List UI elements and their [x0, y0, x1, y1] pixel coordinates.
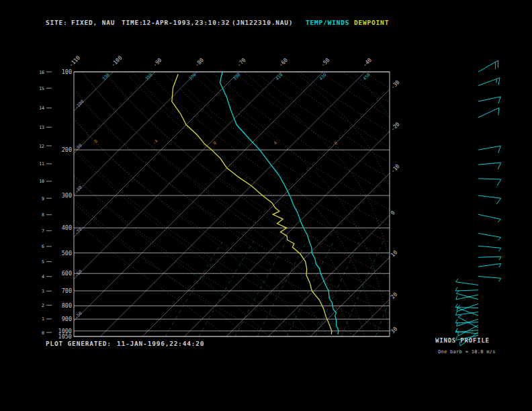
svg-text:-4: -4: [152, 138, 159, 146]
svg-text:500: 500: [62, 250, 72, 257]
svg-text:-8: -8: [91, 138, 99, 146]
svg-text:100: 100: [62, 68, 72, 75]
svg-text:300: 300: [62, 192, 72, 199]
wind-barbs: [455, 60, 501, 346]
svg-text:-50: -50: [74, 310, 83, 320]
svg-text:-50: -50: [320, 57, 331, 68]
svg-text:700: 700: [62, 287, 72, 294]
svg-text:14: 14: [39, 105, 44, 111]
svg-text:-90: -90: [152, 57, 163, 68]
svg-text:0: 0: [212, 140, 218, 146]
svg-text:430: 430: [318, 72, 328, 81]
svg-text:2: 2: [42, 303, 44, 308]
svg-text:-80: -80: [74, 185, 83, 194]
skewt-app: SITE: FIXED, NAU TIME: 12-APR-1993,23:10…: [0, 0, 532, 411]
sounding-curves: [172, 72, 339, 334]
pressure-axis-labels: 10020030040050060070080090010001050: [58, 68, 72, 340]
svg-text:11: 11: [39, 161, 44, 167]
isotherm-labels: -110-100-90-80-70-60-50-40-30-20-1001020…: [68, 54, 401, 334]
svg-text:200: 200: [62, 146, 72, 153]
svg-text:4: 4: [273, 140, 278, 146]
svg-text:9: 9: [42, 196, 44, 201]
plot-generated-value: 11-JAN-1996,22:44:20: [117, 340, 204, 347]
svg-text:-10: -10: [390, 163, 401, 175]
moist-adiabats: [0, 72, 428, 336]
svg-text:6: 6: [42, 244, 44, 249]
svg-text:-30: -30: [390, 79, 401, 91]
winds-profile-title: WINDS PROFILE: [435, 337, 490, 344]
svg-text:20: 20: [390, 291, 398, 300]
svg-text:-20: -20: [390, 121, 401, 132]
svg-text:15: 15: [39, 86, 44, 91]
svg-text:0: 0: [390, 210, 396, 216]
svg-text:8: 8: [42, 212, 44, 218]
svg-text:370: 370: [188, 72, 197, 81]
svg-text:400: 400: [62, 224, 72, 231]
svg-text:16: 16: [39, 70, 44, 75]
svg-text:10: 10: [39, 179, 44, 184]
svg-text:1050: 1050: [58, 333, 72, 340]
svg-text:-110: -110: [68, 54, 81, 68]
svg-text:330: 330: [101, 72, 111, 81]
svg-text:-70: -70: [236, 57, 247, 68]
svg-text:12: 12: [39, 144, 44, 149]
svg-text:350: 350: [144, 72, 154, 81]
svg-text:-40: -40: [362, 57, 373, 68]
svg-text:0: 0: [42, 330, 44, 336]
mixing-ratio-lines: [165, 241, 414, 336]
svg-text:900: 900: [62, 316, 72, 322]
svg-text:10: 10: [390, 249, 398, 258]
svg-text:-100: -100: [110, 54, 124, 68]
temperature-curve: [220, 72, 339, 334]
svg-text:410: 410: [275, 72, 284, 81]
svg-text:4: 4: [42, 274, 44, 279]
svg-text:600: 600: [62, 270, 72, 277]
svg-text:1: 1: [42, 316, 44, 322]
svg-text:-60: -60: [74, 269, 83, 278]
isotherm-grid: [0, 72, 532, 336]
svg-text:-100: -100: [74, 99, 85, 110]
plot-generated-label: PLOT GENERATED:: [46, 340, 112, 347]
svg-text:-60: -60: [278, 57, 290, 68]
barb-scale-note: One barb = 10.0 m/s: [438, 349, 496, 355]
svg-text:800: 800: [62, 302, 72, 309]
svg-text:3: 3: [42, 289, 44, 294]
svg-text:30: 30: [390, 326, 398, 334]
svg-text:-90: -90: [74, 142, 83, 152]
svg-text:390: 390: [232, 72, 242, 81]
svg-text:-80: -80: [194, 57, 206, 68]
height-axis: 012345678910111213141516: [39, 70, 52, 336]
svg-text:5: 5: [42, 259, 44, 265]
svg-text:13: 13: [39, 125, 44, 130]
svg-text:7: 7: [42, 228, 44, 234]
